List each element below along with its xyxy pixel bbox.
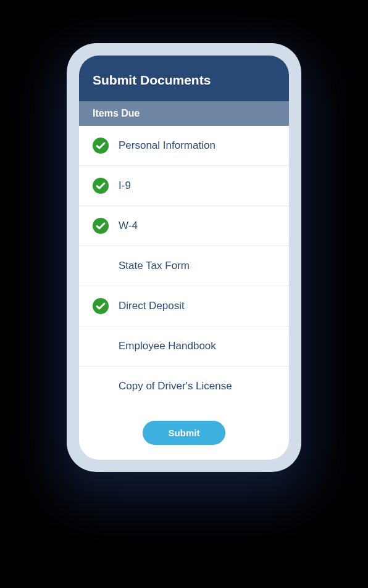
page-title: Submit Documents [93,73,275,88]
item-label: Copy of Driver's License [119,380,232,392]
list-item[interactable]: Copy of Driver's License [79,366,289,406]
check-icon [93,298,109,314]
check-icon [93,218,109,234]
list-item[interactable]: Direct Deposit [79,286,289,326]
check-spacer [93,258,109,274]
phone-screen: Submit Documents Items Due Personal Info… [79,56,289,460]
item-label: W-4 [119,220,138,232]
submit-button[interactable]: Submit [143,421,226,445]
check-icon [93,178,109,194]
subheader: Items Due [79,101,289,126]
list-item[interactable]: W-4 [79,206,289,246]
submit-wrapper: Submit [79,406,289,460]
list-item[interactable]: Personal Information [79,126,289,166]
check-spacer [93,378,109,394]
item-label: Direct Deposit [119,300,185,312]
item-label: Personal Information [119,139,215,152]
header: Submit Documents [79,56,289,101]
check-spacer [93,338,109,354]
section-title: Items Due [93,108,275,119]
item-label: Employee Handbook [119,340,216,352]
list-item[interactable]: Employee Handbook [79,326,289,366]
phone-frame: Submit Documents Items Due Personal Info… [67,43,301,472]
item-label: I-9 [119,180,131,192]
items-list: Personal Information I-9 [79,126,289,406]
item-label: State Tax Form [119,260,190,272]
check-icon [93,138,109,154]
list-item[interactable]: I-9 [79,166,289,206]
list-item[interactable]: State Tax Form [79,246,289,286]
